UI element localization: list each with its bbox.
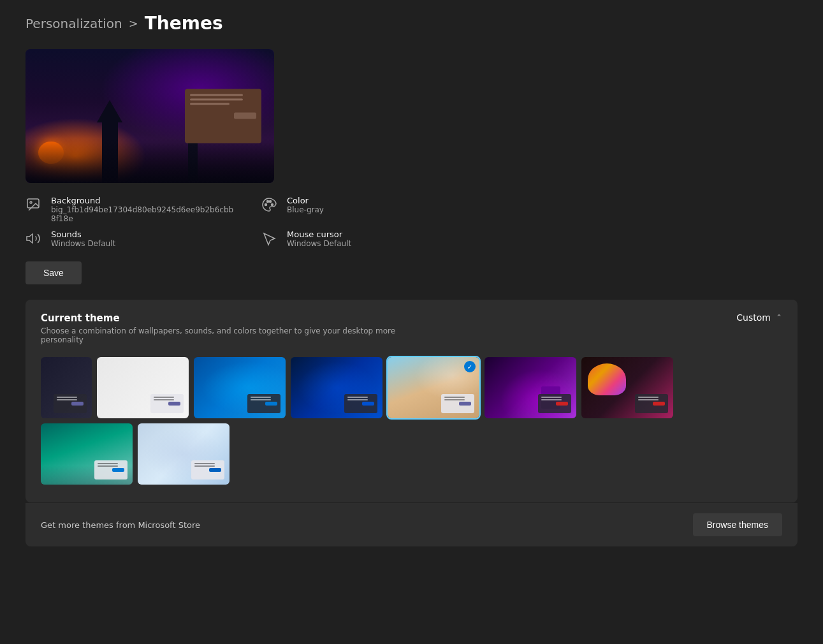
settings-page: Personalization > Themes [0, 0, 823, 559]
color-value: Blue-gray [287, 205, 324, 214]
breadcrumb-personalization[interactable]: Personalization [25, 16, 122, 31]
svg-point-4 [270, 201, 272, 203]
theme-dialog-overlay [441, 394, 474, 413]
thumb-btn [265, 402, 277, 406]
color-info[interactable]: Color Blue-gray [261, 196, 472, 223]
chevron-up-icon: ⌃ [776, 313, 782, 322]
dialog-button [234, 113, 256, 119]
thumb-line-1 [57, 397, 77, 398]
thumb-line-2 [347, 399, 368, 400]
store-text: Get more themes from Microsoft Store [41, 520, 200, 530]
thumb-btn [112, 468, 124, 472]
current-theme-description: Choose a combination of wallpapers, soun… [41, 326, 423, 344]
preview-tree-silhouette [25, 138, 274, 183]
background-text: Background big_1fb1d94be17304d80eb9245d6… [51, 196, 236, 223]
svg-point-3 [267, 201, 269, 203]
thumb-line-1 [154, 397, 174, 398]
thumb-line-1 [98, 463, 118, 464]
current-theme-value-container[interactable]: Custom ⌃ [736, 312, 782, 323]
thumb-btn [209, 468, 221, 472]
svg-marker-6 [27, 234, 33, 243]
current-theme-section: Current theme Choose a combination of wa… [25, 300, 798, 502]
theme-item-custom-dark[interactable] [41, 357, 92, 418]
bottom-bar: Get more themes from Microsoft Store Bro… [25, 503, 798, 546]
thumb-line-2 [194, 465, 215, 467]
theme-item-win11-light-blue[interactable] [138, 423, 229, 485]
breadcrumb-themes: Themes [145, 13, 223, 34]
color-text: Color Blue-gray [287, 196, 324, 214]
theme-item-colorful[interactable] [581, 357, 673, 418]
browse-themes-button[interactable]: Browse themes [693, 513, 782, 536]
thumb-btn [168, 402, 180, 406]
svg-point-1 [30, 201, 32, 203]
mouse-cursor-icon [261, 231, 279, 249]
theme-dialog-overlay [247, 394, 280, 413]
thumb-btn [556, 402, 568, 406]
theme-dialog-overlay [191, 460, 224, 479]
theme-dialog-overlay [54, 394, 87, 413]
thumb-btn [71, 402, 84, 406]
thumb-line-1 [541, 397, 562, 398]
background-icon [25, 197, 43, 215]
theme-item-purple-glow[interactable] [484, 357, 576, 418]
current-theme-title: Current theme [41, 312, 423, 324]
theme-dialog-overlay [344, 394, 377, 413]
sounds-value: Windows Default [51, 239, 115, 248]
background-label: Background [51, 196, 236, 205]
save-button[interactable]: Save [25, 261, 82, 284]
theme-item-windows-11-blue[interactable] [194, 357, 286, 418]
theme-dialog-overlay [94, 460, 127, 479]
background-info[interactable]: Background big_1fb1d94be17304d80eb9245d6… [25, 196, 236, 223]
theme-item-coastal[interactable] [41, 423, 133, 485]
thumb-btn [653, 402, 665, 406]
thumb-line-2 [57, 399, 77, 400]
thumb-line-2 [98, 465, 118, 467]
thumb-line-1 [444, 397, 465, 398]
sounds-text: Sounds Windows Default [51, 230, 115, 248]
theme-dialog-overlay [538, 394, 571, 413]
themes-row-2 [41, 423, 782, 485]
breadcrumb: Personalization > Themes [25, 13, 798, 34]
dialog-line-1 [190, 94, 243, 96]
mouse-cursor-info[interactable]: Mouse cursor Windows Default [261, 230, 472, 249]
color-label: Color [287, 196, 324, 205]
theme-item-windows-light[interactable] [97, 357, 189, 418]
thumb-line-1 [194, 463, 215, 464]
thumb-line-2 [154, 399, 174, 400]
dialog-line-2 [190, 99, 243, 101]
theme-dialog-overlay [150, 394, 184, 413]
thumb-line-2 [251, 399, 271, 400]
mouse-cursor-value: Windows Default [287, 239, 351, 248]
breadcrumb-separator: > [129, 17, 138, 30]
theme-section-header-text: Current theme Choose a combination of wa… [41, 312, 423, 344]
thumb-line-1 [347, 397, 368, 398]
selected-indicator: ✓ [464, 361, 476, 372]
thumb-line-1 [638, 397, 659, 398]
theme-item-flowers[interactable]: ✓ [388, 357, 479, 418]
thumb-line-1 [251, 397, 271, 398]
sounds-label: Sounds [51, 230, 115, 239]
sounds-icon [25, 231, 43, 249]
thumb-btn [459, 402, 471, 406]
theme-dialog-overlay [635, 394, 668, 413]
mouse-cursor-label: Mouse cursor [287, 230, 351, 239]
theme-info-grid: Background big_1fb1d94be17304d80eb9245d6… [25, 196, 472, 249]
mouse-cursor-text: Mouse cursor Windows Default [287, 230, 351, 248]
theme-preview [25, 49, 274, 183]
current-theme-value: Custom [736, 312, 771, 323]
sounds-info[interactable]: Sounds Windows Default [25, 230, 236, 249]
svg-point-2 [265, 204, 267, 206]
theme-section-header: Current theme Choose a combination of wa… [41, 312, 782, 344]
themes-row-1: ✓ [41, 357, 782, 418]
thumb-line-2 [541, 399, 562, 400]
thumb-line-2 [638, 399, 659, 400]
dialog-line-3 [190, 103, 229, 105]
thumb-btn [362, 402, 374, 406]
thumb-line-2 [444, 399, 465, 400]
color-icon [261, 197, 279, 215]
preview-dialog-overlay [185, 89, 261, 143]
svg-point-5 [272, 204, 273, 206]
background-value: big_1fb1d94be17304d80eb9245d6ee9b2b6cbb8… [51, 205, 236, 223]
theme-item-windows-11-dark[interactable] [291, 357, 382, 418]
